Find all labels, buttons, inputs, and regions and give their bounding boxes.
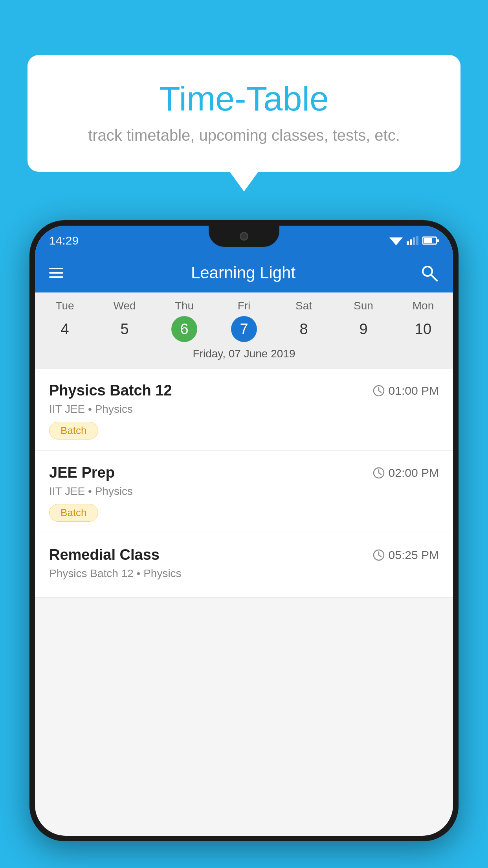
- app-title: Learning Light: [80, 263, 407, 282]
- batch-tag-2: Batch: [49, 504, 98, 522]
- day-9[interactable]: 9: [334, 316, 393, 342]
- hamburger-icon[interactable]: [49, 268, 63, 278]
- svg-rect-7: [437, 239, 439, 242]
- selected-date-label: Friday, 07 June 2019: [35, 348, 453, 365]
- day-label-tue[interactable]: Tue: [35, 300, 95, 312]
- schedule-item-2-time: 02:00 PM: [373, 466, 439, 480]
- day-label-sun[interactable]: Sun: [334, 300, 393, 312]
- day-4[interactable]: 4: [35, 316, 95, 342]
- svg-marker-0: [389, 237, 403, 245]
- speech-bubble: Time-Table track timetable, upcoming cla…: [28, 55, 460, 172]
- speech-bubble-area: Time-Table track timetable, upcoming cla…: [28, 55, 460, 172]
- day-label-sat[interactable]: Sat: [274, 300, 334, 312]
- clock-icon-3: [373, 549, 385, 561]
- app-bar: Learning Light: [35, 253, 453, 292]
- phone-inner: 14:29: [35, 226, 453, 836]
- svg-rect-3: [413, 237, 415, 245]
- schedule-item-3-time: 05:25 PM: [373, 548, 439, 562]
- svg-line-12: [379, 391, 381, 392]
- day-label-thu[interactable]: Thu: [154, 300, 214, 312]
- hamburger-line-2: [49, 272, 63, 274]
- schedule-item-1-header: Physics Batch 12 01:00 PM: [49, 382, 439, 399]
- day-label-wed[interactable]: Wed: [95, 300, 154, 312]
- svg-line-15: [379, 473, 381, 474]
- day-8[interactable]: 8: [274, 316, 334, 342]
- schedule-item-1[interactable]: Physics Batch 12 01:00 PM IIT JEE • Phys…: [35, 369, 453, 451]
- day-6-today[interactable]: 6: [171, 316, 197, 342]
- schedule-item-3-sub: Physics Batch 12 • Physics: [49, 567, 439, 580]
- camera: [240, 232, 248, 241]
- days-header: Tue Wed Thu Fri Sat Sun Mon: [35, 300, 453, 312]
- days-numbers: 4 5 6 7 8 9 10: [35, 316, 453, 342]
- schedule-item-1-sub: IIT JEE • Physics: [49, 403, 439, 416]
- schedule-item-2-title: JEE Prep: [49, 464, 115, 481]
- battery-icon: [422, 236, 439, 245]
- svg-line-18: [379, 555, 381, 557]
- svg-rect-1: [407, 241, 409, 245]
- hamburger-line-1: [49, 268, 63, 269]
- speech-bubble-title: Time-Table: [59, 79, 429, 119]
- hamburger-line-3: [49, 276, 63, 278]
- schedule-item-2[interactable]: JEE Prep 02:00 PM IIT JEE • Physics Batc…: [35, 451, 453, 533]
- search-icon: [420, 264, 438, 281]
- phone-container: 14:29: [29, 220, 459, 868]
- batch-tag-1: Batch: [49, 422, 98, 440]
- svg-line-9: [431, 275, 437, 281]
- clock-icon-2: [373, 467, 385, 479]
- phone-frame: 14:29: [29, 220, 459, 841]
- signal-icon: [407, 236, 418, 245]
- schedule-item-3[interactable]: Remedial Class 05:25 PM Physics Batch 12…: [35, 533, 453, 598]
- svg-rect-2: [410, 239, 412, 245]
- calendar-strip: Tue Wed Thu Fri Sat Sun Mon 4 5 6 7 8 9 …: [35, 292, 453, 369]
- schedule-item-2-sub: IIT JEE • Physics: [49, 485, 439, 498]
- schedule-list: Physics Batch 12 01:00 PM IIT JEE • Phys…: [35, 369, 453, 598]
- schedule-item-2-header: JEE Prep 02:00 PM: [49, 464, 439, 481]
- notch: [209, 226, 279, 247]
- speech-bubble-subtitle: track timetable, upcoming classes, tests…: [59, 127, 429, 144]
- svg-rect-4: [416, 236, 418, 245]
- day-7-selected[interactable]: 7: [231, 316, 257, 342]
- schedule-item-1-title: Physics Batch 12: [49, 382, 172, 399]
- day-10[interactable]: 10: [393, 316, 453, 342]
- day-5[interactable]: 5: [95, 316, 154, 342]
- clock-icon-1: [373, 385, 385, 397]
- svg-point-8: [423, 267, 432, 276]
- schedule-item-1-time: 01:00 PM: [373, 384, 439, 397]
- schedule-item-3-header: Remedial Class 05:25 PM: [49, 546, 439, 563]
- status-time: 14:29: [49, 234, 79, 247]
- day-label-mon[interactable]: Mon: [393, 300, 453, 312]
- schedule-item-3-title: Remedial Class: [49, 546, 160, 563]
- search-button[interactable]: [419, 263, 439, 283]
- svg-rect-6: [424, 238, 432, 243]
- status-icons: [389, 236, 439, 245]
- day-label-fri[interactable]: Fri: [214, 300, 274, 312]
- wifi-icon: [389, 236, 403, 245]
